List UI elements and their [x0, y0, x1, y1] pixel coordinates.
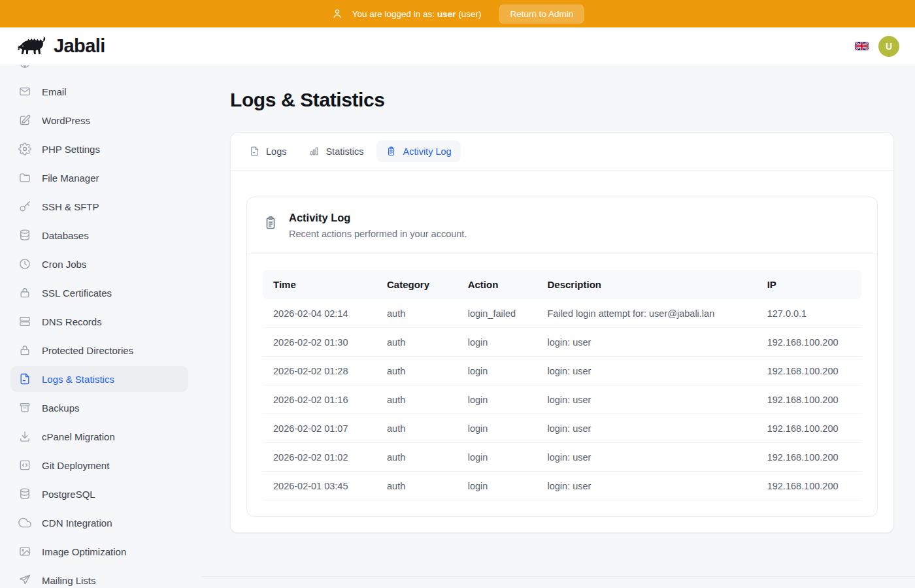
- sidebar-item-label: CDN Integration: [42, 517, 112, 529]
- sidebar-item-partial[interactable]: [10, 65, 188, 76]
- sidebar-item-label: PostgreSQL: [42, 489, 95, 500]
- sidebar-item-file-manager[interactable]: File Manager: [10, 165, 188, 191]
- settings-icon: [18, 142, 31, 155]
- sidebar: EmailWordPressPHP SettingsFile ManagerSS…: [0, 65, 199, 588]
- language-flag-uk-icon[interactable]: [855, 42, 869, 50]
- cell-category: auth: [376, 472, 458, 500]
- table-row: 2026-02-02 01:07authloginlogin: user192.…: [263, 414, 861, 443]
- cell-action: login: [458, 385, 537, 414]
- return-to-admin-button[interactable]: Return to Admin: [499, 5, 584, 24]
- cell-category: auth: [376, 414, 458, 443]
- table-row: 2026-02-01 03:45authloginlogin: user192.…: [263, 472, 861, 500]
- cell-ip: 192.168.100.200: [757, 443, 861, 472]
- brand-name: Jabali: [54, 35, 105, 57]
- cell-time: 2026-02-02 01:16: [263, 385, 376, 414]
- cell-action: login: [458, 328, 537, 357]
- user-avatar[interactable]: U: [878, 36, 899, 57]
- sidebar-item-cpanel-migration[interactable]: cPanel Migration: [10, 423, 188, 449]
- sidebar-item-cron-jobs[interactable]: Cron Jobs: [10, 251, 188, 277]
- sidebar-item-php-settings[interactable]: PHP Settings: [10, 136, 188, 162]
- activity-log-panel: Activity Log Recent actions performed in…: [246, 197, 878, 517]
- sidebar-item-label: cPanel Migration: [42, 431, 115, 442]
- cell-description: login: user: [537, 414, 757, 443]
- sidebar-item-label: SSL Certificates: [42, 287, 112, 299]
- tab-logs[interactable]: Logs: [240, 140, 295, 162]
- activity-log-title: Activity Log: [289, 212, 467, 224]
- cell-action: login: [458, 443, 537, 472]
- cell-ip: 192.168.100.200: [757, 328, 861, 357]
- cell-ip: 127.0.0.1: [757, 299, 861, 328]
- cell-description: login: user: [537, 385, 757, 414]
- lock-icon: [18, 344, 31, 357]
- footer-divider: [201, 576, 915, 577]
- sidebar-item-label: WordPress: [42, 115, 90, 126]
- table-row: 2026-02-02 01:02authloginlogin: user192.…: [263, 443, 861, 472]
- sidebar-item-databases[interactable]: Databases: [10, 222, 188, 248]
- app-header: Jabali U: [0, 27, 915, 65]
- sidebar-item-label: Databases: [42, 230, 89, 241]
- column-header-action: Action: [458, 270, 537, 299]
- sidebar-item-ssh-sftp[interactable]: SSH & SFTP: [10, 193, 188, 220]
- sidebar-item-label: DNS Records: [42, 316, 102, 327]
- tab-label: Logs: [266, 146, 286, 157]
- brand[interactable]: Jabali: [17, 34, 105, 59]
- sidebar-item-label: Backups: [42, 402, 80, 414]
- sidebar-item-protected-directories[interactable]: Protected Directories: [10, 337, 188, 363]
- table-row: 2026-02-02 01:16authloginlogin: user192.…: [263, 385, 861, 414]
- sidebar-item-email[interactable]: Email: [10, 78, 188, 105]
- cell-time: 2026-02-02 01:30: [263, 328, 376, 357]
- tab-activity-log[interactable]: Activity Log: [376, 140, 460, 162]
- mail-icon: [18, 85, 31, 98]
- cell-description: login: user: [537, 328, 757, 357]
- activity-log-table: TimeCategoryActionDescriptionIP 2026-02-…: [263, 270, 861, 500]
- sidebar-item-backups[interactable]: Backups: [10, 395, 188, 421]
- column-header-description: Description: [537, 270, 757, 299]
- sidebar-item-cdn-integration[interactable]: CDN Integration: [10, 510, 188, 536]
- sidebar-item-label: Email: [42, 86, 67, 97]
- sidebar-item-label: SSH & SFTP: [42, 201, 99, 212]
- login-status-role: (user): [458, 9, 481, 19]
- key-icon: [18, 200, 31, 213]
- login-status-text: You are logged in as: user (user): [352, 9, 482, 19]
- lock-icon: [18, 286, 31, 299]
- column-header-ip: IP: [757, 270, 861, 299]
- cell-time: 2026-02-02 01:02: [263, 443, 376, 472]
- sidebar-item-label: Protected Directories: [42, 345, 133, 356]
- clipboard-icon: [263, 215, 278, 231]
- sidebar-item-label: Image Optimization: [42, 546, 126, 557]
- main-content: Logs & Statistics LogsStatisticsActivity…: [199, 65, 915, 588]
- sidebar-item-ssl-certificates[interactable]: SSL Certificates: [10, 280, 188, 306]
- sidebar-item-wordpress[interactable]: WordPress: [10, 107, 188, 133]
- column-header-time: Time: [263, 270, 376, 299]
- table-row: 2026-02-04 02:14authlogin_failedFailed l…: [263, 299, 861, 328]
- sidebar-item-postgresql[interactable]: PostgreSQL: [10, 481, 188, 507]
- image-icon: [18, 545, 31, 558]
- sidebar-item-label: PHP Settings: [42, 144, 100, 155]
- sidebar-item-image-optimization[interactable]: Image Optimization: [10, 538, 188, 564]
- cell-description: login: user: [537, 357, 757, 385]
- tab-bar: LogsStatisticsActivity Log: [231, 133, 893, 171]
- file-text-icon: [18, 372, 31, 385]
- sidebar-item-label: File Manager: [42, 172, 99, 184]
- sidebar-item-git-deployment[interactable]: Git Deployment: [10, 452, 188, 478]
- sidebar-item-label: Git Deployment: [42, 460, 109, 471]
- cell-time: 2026-02-02 01:28: [263, 357, 376, 385]
- send-icon: [18, 574, 31, 587]
- cell-category: auth: [376, 328, 458, 357]
- bar-chart-icon: [308, 146, 320, 157]
- download-icon: [18, 430, 31, 443]
- sidebar-item-logs-statistics[interactable]: Logs & Statistics: [10, 366, 188, 392]
- cell-action: login_failed: [458, 299, 537, 328]
- cell-category: auth: [376, 443, 458, 472]
- tab-statistics[interactable]: Statistics: [299, 140, 373, 162]
- cloud-icon: [18, 516, 31, 529]
- cell-action: login: [458, 414, 537, 443]
- login-status-prefix: You are logged in as:: [352, 9, 435, 19]
- archive-icon: [18, 401, 31, 414]
- cell-category: auth: [376, 357, 458, 385]
- sidebar-item-dns-records[interactable]: DNS Records: [10, 308, 188, 335]
- folder-icon: [18, 171, 31, 184]
- server-icon: [18, 315, 31, 328]
- sidebar-item-mailing-lists[interactable]: Mailing Lists: [10, 567, 188, 588]
- table-row: 2026-02-02 01:30authloginlogin: user192.…: [263, 328, 861, 357]
